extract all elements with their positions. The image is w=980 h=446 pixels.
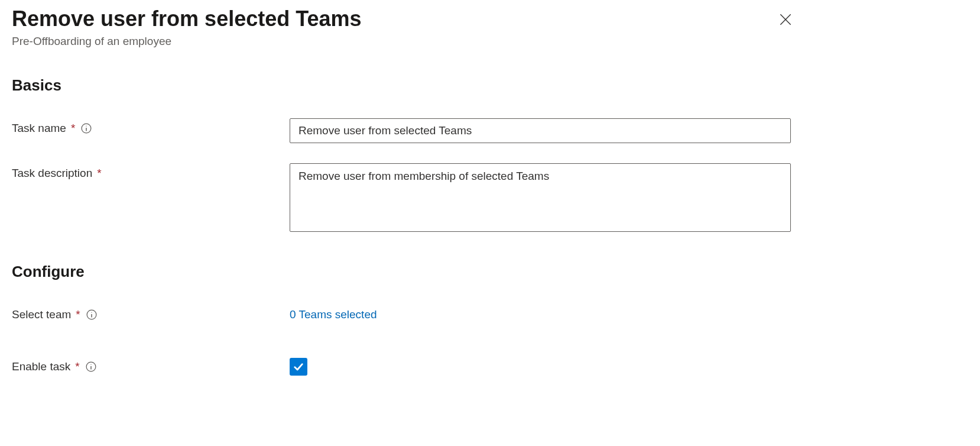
svg-point-10 [90, 364, 91, 365]
section-heading-configure: Configure [12, 263, 968, 281]
page-title: Remove user from selected Teams [12, 6, 774, 31]
select-team-label: Select team [12, 308, 71, 321]
required-indicator: * [76, 308, 80, 321]
info-icon [86, 309, 97, 320]
select-team-link[interactable]: 0 Teams selected [290, 305, 377, 321]
enable-task-label: Enable task [12, 360, 70, 373]
enable-task-checkbox[interactable] [290, 358, 307, 376]
required-indicator: * [97, 167, 101, 180]
task-name-info-icon[interactable] [81, 123, 92, 134]
task-description-label: Task description [12, 167, 92, 180]
required-indicator: * [71, 122, 75, 135]
task-name-label: Task name [12, 122, 66, 135]
task-description-input[interactable] [290, 163, 791, 232]
select-team-info-icon[interactable] [86, 309, 97, 320]
close-button[interactable] [774, 8, 797, 33]
svg-point-4 [86, 126, 87, 127]
info-icon [86, 361, 96, 372]
enable-task-info-icon[interactable] [86, 361, 96, 372]
page-subtitle: Pre-Offboarding of an employee [12, 35, 774, 48]
required-indicator: * [75, 360, 79, 373]
section-heading-basics: Basics [12, 76, 968, 95]
close-icon [778, 12, 793, 27]
info-icon [81, 123, 92, 134]
checkmark-icon [293, 361, 304, 373]
svg-point-7 [91, 312, 92, 313]
task-name-input[interactable] [290, 118, 791, 143]
